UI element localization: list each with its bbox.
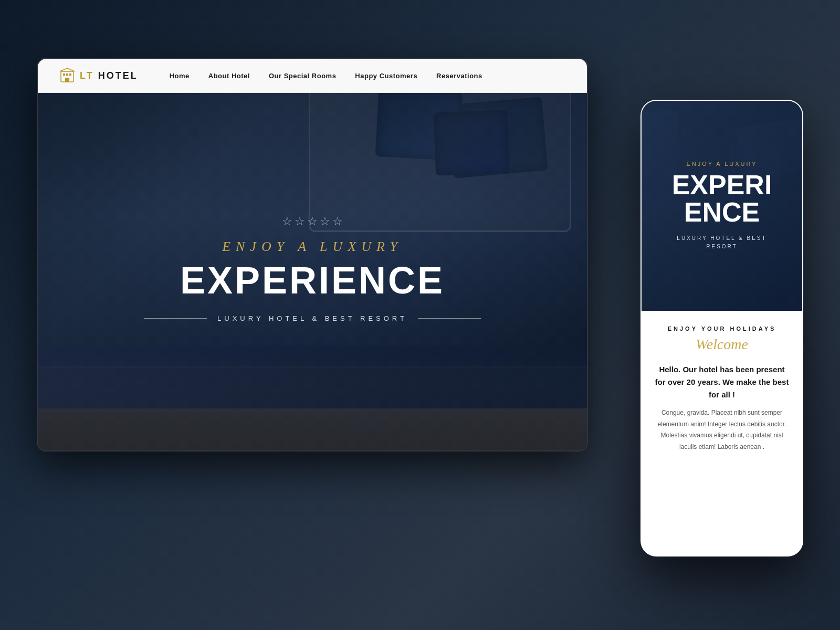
nav-link-rooms[interactable]: Our Special Rooms [269, 72, 336, 80]
logo-hotel: HOTEL [94, 70, 138, 81]
star-2: ☆ [295, 215, 305, 228]
main-paragraph: Hello. Our hotel has been present for ov… [654, 363, 790, 401]
star-3: ☆ [307, 215, 318, 228]
logo-lt: LT [80, 70, 94, 81]
mobile-subtitle-line1: LUXURY HOTEL & BEST [677, 235, 766, 241]
nav-link-reservations[interactable]: Reservations [436, 72, 482, 80]
logo[interactable]: LT HOTEL [59, 67, 138, 84]
nav-link-customers[interactable]: Happy Customers [355, 72, 417, 80]
desktop-mockup: LT HOTEL Home About Hotel Our Special Ro… [37, 58, 588, 452]
svg-rect-4 [65, 78, 69, 82]
nav-links: Home About Hotel Our Special Rooms Happy… [170, 71, 482, 80]
nav-item-customers[interactable]: Happy Customers [355, 71, 417, 80]
nav-link-home[interactable]: Home [170, 72, 190, 80]
sub-paragraph: Congue, gravida. Placeat nibh sunt sempe… [654, 407, 790, 453]
svg-rect-2 [69, 74, 71, 76]
divider-left [144, 318, 207, 319]
star-5: ☆ [332, 215, 343, 228]
main-heading: EXPERIENCE [180, 259, 445, 302]
svg-rect-3 [66, 74, 68, 76]
mobile-subtitle-line2: RESORT [706, 244, 738, 249]
mobile-main-heading: EXPERIENCE [672, 171, 772, 226]
logo-text: LT HOTEL [80, 70, 138, 81]
mobile-top: ENJOY A LUXURY EXPERIENCE LUXURY HOTEL &… [642, 101, 802, 311]
hero-content: ☆ ☆ ☆ ☆ ☆ ENJOY A LUXURY EXPERIENCE LUXU… [38, 59, 587, 450]
desktop-inner: LT HOTEL Home About Hotel Our Special Ro… [38, 59, 587, 450]
nav-item-reservations[interactable]: Reservations [436, 71, 482, 80]
divider-row: LUXURY HOTEL & BEST RESORT [144, 314, 481, 322]
mobile-hero-content: ENJOY A LUXURY EXPERIENCE LUXURY HOTEL &… [642, 101, 802, 311]
section-label: ENJOY YOUR HOLIDAYS [654, 326, 790, 332]
mobile-bottom: ENJOY YOUR HOLIDAYS Welcome Hello. Our h… [642, 311, 802, 555]
stars-row: ☆ ☆ ☆ ☆ ☆ [282, 215, 343, 228]
enjoy-label: ENJOY A LUXURY [222, 239, 403, 255]
scene-container: LT HOTEL Home About Hotel Our Special Ro… [37, 58, 803, 572]
welcome-heading: Welcome [654, 336, 790, 353]
star-4: ☆ [320, 215, 330, 228]
svg-rect-1 [63, 74, 65, 76]
nav-item-about[interactable]: About Hotel [208, 71, 250, 80]
subtitle: LUXURY HOTEL & BEST RESORT [217, 314, 407, 322]
hotel-icon [59, 67, 76, 84]
mobile-enjoy-label: ENJOY A LUXURY [686, 161, 757, 167]
nav-item-rooms[interactable]: Our Special Rooms [269, 71, 336, 80]
mobile-subtitle: LUXURY HOTEL & BEST RESORT [677, 234, 766, 251]
star-1: ☆ [282, 215, 292, 228]
divider-right [418, 318, 481, 319]
nav-link-about[interactable]: About Hotel [208, 72, 250, 80]
navbar: LT HOTEL Home About Hotel Our Special Ro… [38, 59, 587, 93]
mobile-mockup: ENJOY A LUXURY EXPERIENCE LUXURY HOTEL &… [640, 100, 803, 556]
nav-item-home[interactable]: Home [170, 71, 190, 80]
